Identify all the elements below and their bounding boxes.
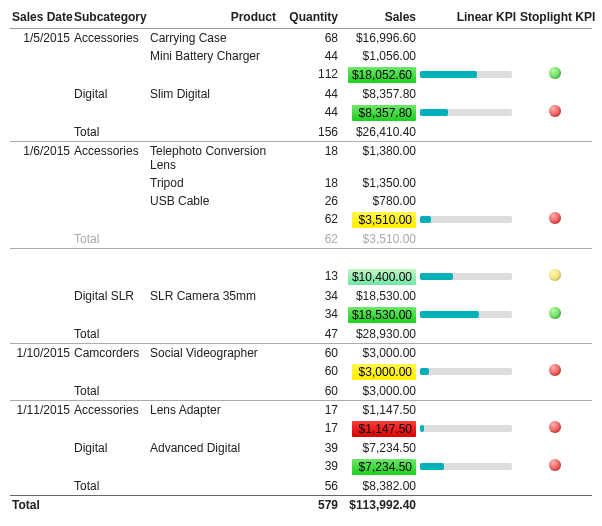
sales-highlight: $1,147.50 bbox=[352, 421, 416, 437]
table-row: DigitalAdvanced Digital39$7,234.50 bbox=[10, 439, 592, 457]
cell-subcategory: Digital bbox=[72, 439, 148, 457]
table-row: Digital SLRSLR Camera 35mm34$18,530.00 bbox=[10, 287, 592, 305]
cell-subcategory: Camcorders bbox=[72, 344, 148, 363]
cell-sales-date bbox=[10, 230, 72, 249]
cell-linear-kpi bbox=[418, 362, 518, 382]
cell-quantity: 13 bbox=[278, 267, 340, 287]
cell-quantity: 18 bbox=[278, 142, 340, 175]
cell-linear-kpi bbox=[418, 29, 518, 48]
linear-kpi-bar bbox=[420, 109, 512, 116]
cell-quantity: 34 bbox=[278, 305, 340, 325]
cell-sales: $1,147.50 bbox=[340, 401, 418, 420]
grand-total-sales: $113,992.40 bbox=[340, 496, 418, 515]
cell-stoplight-kpi bbox=[518, 457, 592, 477]
cell-quantity: 17 bbox=[278, 419, 340, 439]
cell-sales-date: 1/6/2015 bbox=[10, 142, 72, 175]
table-row: Mini Battery Charger44$1,056.00 bbox=[10, 47, 592, 65]
sales-matrix: Sales Date Subcategory Product Quantity … bbox=[10, 6, 592, 514]
cell-quantity: 156 bbox=[278, 123, 340, 142]
cell-sales: $1,056.00 bbox=[340, 47, 418, 65]
cell-sales: $1,350.00 bbox=[340, 174, 418, 192]
cell-sales: $18,530.00 bbox=[340, 287, 418, 305]
cell-sales-date bbox=[10, 210, 72, 230]
cell-subcategory: Digital SLR bbox=[72, 287, 148, 305]
cell-sales: $1,380.00 bbox=[340, 142, 418, 175]
col-product[interactable]: Product bbox=[148, 6, 278, 29]
cell-stoplight-kpi bbox=[518, 174, 592, 192]
col-quantity[interactable]: Quantity bbox=[278, 6, 340, 29]
grand-total-qty: 579 bbox=[278, 496, 340, 515]
cell-quantity: 18 bbox=[278, 174, 340, 192]
cell-sales-date bbox=[10, 103, 72, 123]
stoplight-red-icon bbox=[549, 364, 561, 376]
cell-sales: $8,382.00 bbox=[340, 477, 418, 496]
cell-subcategory: Total bbox=[72, 230, 148, 249]
cell-quantity: 60 bbox=[278, 382, 340, 401]
col-sales-date[interactable]: Sales Date bbox=[10, 6, 72, 29]
linear-kpi-bar bbox=[420, 273, 512, 280]
cell-sales: $7,234.50 bbox=[340, 439, 418, 457]
stoplight-red-icon bbox=[549, 459, 561, 471]
cell-subcategory bbox=[72, 210, 148, 230]
cell-stoplight-kpi bbox=[518, 382, 592, 401]
cell-sales-date bbox=[10, 174, 72, 192]
cell-linear-kpi bbox=[418, 103, 518, 123]
cell-product bbox=[148, 65, 278, 85]
cell-linear-kpi bbox=[418, 344, 518, 363]
col-subcategory[interactable]: Subcategory bbox=[72, 6, 148, 29]
cell-stoplight-kpi bbox=[518, 287, 592, 305]
table-row: 112$18,052.60 bbox=[10, 65, 592, 85]
cell-linear-kpi bbox=[418, 267, 518, 287]
stoplight-yellow-icon bbox=[549, 269, 561, 281]
cell-stoplight-kpi bbox=[518, 47, 592, 65]
cell-stoplight-kpi bbox=[518, 85, 592, 103]
table-row: Total62$3,510.00 bbox=[10, 230, 592, 249]
cell-subcategory bbox=[72, 305, 148, 325]
cell-quantity: 39 bbox=[278, 439, 340, 457]
cell-sales-date bbox=[10, 419, 72, 439]
cell-sales-date bbox=[10, 192, 72, 210]
cell-quantity: 112 bbox=[278, 65, 340, 85]
cell-subcategory bbox=[72, 47, 148, 65]
col-linear-kpi[interactable]: Linear KPI bbox=[418, 6, 518, 29]
table-row: 44$8,357.80 bbox=[10, 103, 592, 123]
cell-sales: $18,530.00 bbox=[340, 305, 418, 325]
cell-linear-kpi bbox=[418, 85, 518, 103]
cell-quantity: 44 bbox=[278, 103, 340, 123]
cell-sales: $10,400.00 bbox=[340, 267, 418, 287]
cell-product: Mini Battery Charger bbox=[148, 47, 278, 65]
cell-subcategory: Accessories bbox=[72, 401, 148, 420]
cell-quantity: 60 bbox=[278, 344, 340, 363]
table-row: Total56$8,382.00 bbox=[10, 477, 592, 496]
cell-linear-kpi bbox=[418, 439, 518, 457]
col-sales[interactable]: Sales bbox=[340, 6, 418, 29]
cell-linear-kpi bbox=[418, 305, 518, 325]
cell-subcategory bbox=[72, 192, 148, 210]
cell-quantity: 47 bbox=[278, 325, 340, 344]
cell-subcategory: Total bbox=[72, 123, 148, 142]
table-row: 39$7,234.50 bbox=[10, 457, 592, 477]
cell-product bbox=[148, 267, 278, 287]
cell-linear-kpi bbox=[418, 419, 518, 439]
cell-stoplight-kpi bbox=[518, 103, 592, 123]
cell-quantity: 62 bbox=[278, 210, 340, 230]
sales-highlight: $10,400.00 bbox=[348, 269, 416, 285]
table-row: 13$10,400.00 bbox=[10, 267, 592, 287]
cell-stoplight-kpi bbox=[518, 344, 592, 363]
cell-sales: $18,052.60 bbox=[340, 65, 418, 85]
table-body: 1/5/2015AccessoriesCarrying Case68$16,99… bbox=[10, 29, 592, 496]
cell-linear-kpi bbox=[418, 457, 518, 477]
col-stoplight-kpi[interactable]: Stoplight KPI bbox=[518, 6, 592, 29]
table-row: 60$3,000.00 bbox=[10, 362, 592, 382]
linear-kpi-bar bbox=[420, 368, 512, 375]
cell-sales-date bbox=[10, 362, 72, 382]
cell-linear-kpi bbox=[418, 477, 518, 496]
cell-product bbox=[148, 457, 278, 477]
table-row: 1/10/2015CamcordersSocial Videographer60… bbox=[10, 344, 592, 363]
cell-sales: $3,000.00 bbox=[340, 382, 418, 401]
table-row: Total60$3,000.00 bbox=[10, 382, 592, 401]
cell-subcategory bbox=[72, 457, 148, 477]
cell-product bbox=[148, 325, 278, 344]
cell-product: Advanced Digital bbox=[148, 439, 278, 457]
table-row: Total156$26,410.40 bbox=[10, 123, 592, 142]
